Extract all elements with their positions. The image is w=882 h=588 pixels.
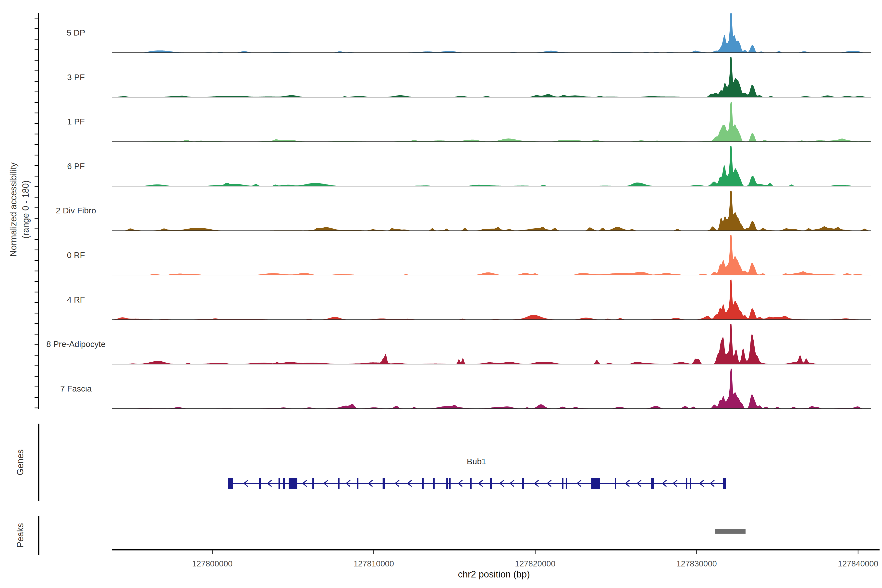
accessibility-track-row-1-pf [112, 102, 871, 142]
signal-area-6-pf [112, 146, 871, 186]
gene-exon-11 [433, 478, 435, 489]
signal-area-0-rf [112, 235, 871, 275]
gene-exon-7 [338, 478, 340, 489]
gene-exon-2 [259, 478, 261, 489]
track-label-7-fascia: 7 Fascia [60, 384, 92, 393]
gene-exon-14 [470, 478, 472, 489]
genes-section-label: Genes [15, 449, 25, 475]
gene-exon-3 [279, 478, 280, 489]
track-label-2-div-fibro: 2 Div Fibro [56, 206, 96, 215]
track-label-0-rf: 0 RF [67, 250, 85, 260]
peak-interval-bar-1 [715, 529, 746, 534]
x-tick-label: 127830000 [676, 559, 717, 568]
browser-track-plot: 5 DP3 PF1 PF6 PF2 Div Fibro0 RF4 RF8 Pre… [0, 0, 882, 588]
gene-name-label: Bub1 [467, 457, 486, 466]
gene-exon-1 [228, 478, 233, 489]
gene-exon-15 [490, 478, 492, 489]
x-tick-label: 127840000 [838, 559, 878, 568]
peaks-section-label: Peaks [15, 523, 25, 548]
gene-exon-10 [422, 478, 424, 489]
accessibility-track-row-0-rf [112, 235, 871, 275]
accessibility-track-row-5-dp [112, 13, 871, 52]
gene-exon-8 [357, 478, 358, 489]
gene-exon-9 [383, 478, 385, 489]
gene-exon-24 [723, 478, 726, 489]
gene-exon-21 [651, 478, 654, 489]
x-axis-title: chr2 position (bp) [458, 569, 530, 579]
track-label-3-pf: 3 PF [67, 72, 85, 82]
gene-exon-13 [449, 478, 450, 489]
track-label-8-pre-adipocyte: 8 Pre-Adipocyte [46, 339, 106, 349]
gene-exon-16 [522, 478, 524, 489]
accessibility-track-row-4-rf [112, 280, 871, 320]
gene-exon-22 [686, 478, 687, 489]
x-tick-label: 127820000 [515, 559, 555, 568]
signal-area-3-pf [112, 57, 871, 97]
track-labels: 5 DP3 PF1 PF6 PF2 Div Fibro0 RF4 RF8 Pre… [46, 28, 106, 393]
accessibility-track-row-2-div-fibro [112, 190, 871, 231]
accessibility-tracks [112, 13, 871, 409]
peaks-track [715, 529, 746, 534]
track-label-5-dp: 5 DP [67, 28, 85, 37]
gene-exon-12 [446, 478, 448, 489]
x-axis: 1278000001278100001278200001278300001278… [112, 550, 879, 568]
gene-exon-23 [690, 478, 691, 489]
gene-exon-19 [591, 478, 600, 489]
genome-browser-figure: 5 DP3 PF1 PF6 PF2 Div Fibro0 RF4 RF8 Pre… [0, 0, 882, 588]
track-label-6-pf: 6 PF [67, 162, 85, 171]
gene-exon-20 [615, 478, 616, 489]
signal-area-8-pre-adipocyte [112, 324, 871, 364]
signal-area-1-pf [112, 102, 871, 142]
x-tick-label: 127810000 [354, 559, 394, 568]
signal-area-2-div-fibro [112, 190, 871, 231]
gene-exon-18 [566, 478, 567, 489]
gene-exon-17 [562, 478, 564, 489]
x-tick-label: 127800000 [192, 559, 232, 568]
signal-area-4-rf [112, 280, 871, 320]
accessibility-track-row-3-pf [112, 57, 871, 97]
accessibility-track-row-8-pre-adipocyte [112, 324, 871, 364]
y-axis-label-line1: Normalized accessibility [8, 162, 18, 256]
y-axis-label-line2: (range 0 - 180) [21, 180, 31, 238]
signal-area-5-dp [112, 13, 871, 52]
y-axis-ruler [34, 13, 39, 555]
gene-exon-5 [289, 478, 297, 489]
accessibility-track-row-7-fascia [112, 369, 871, 409]
track-label-4-rf: 4 RF [67, 295, 85, 304]
accessibility-track-row-6-pf [112, 146, 871, 186]
track-label-1-pf: 1 PF [67, 117, 85, 126]
gene-exon-4 [283, 478, 285, 489]
signal-area-7-fascia [112, 369, 871, 409]
gene-track [228, 478, 726, 489]
gene-exon-6 [312, 478, 314, 489]
